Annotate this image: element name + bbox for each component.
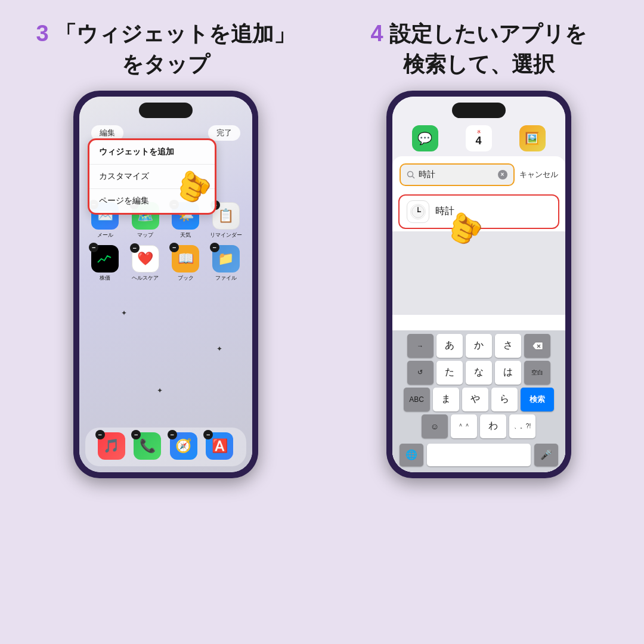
done-button[interactable]: 完了 (208, 125, 240, 141)
search-bar[interactable]: 時計 × (400, 163, 515, 186)
key-ra[interactable]: ら (491, 388, 518, 411)
phone1-screen: 編集 完了 ウィジェットを追加 カスタマイズ ページを編集 🫵 (79, 97, 252, 472)
key-ka[interactable]: か (466, 334, 492, 358)
mail-label: メール (97, 231, 113, 239)
keyboard-row-3: ABC ま や ら 検索 (395, 388, 563, 411)
keyboard-row-1: → あ か さ (395, 334, 563, 358)
key-sa[interactable]: さ (495, 334, 521, 358)
book-icon: − 📖 (172, 245, 199, 273)
app-stocks[interactable]: − 株価 (88, 245, 122, 282)
key-ya[interactable]: や (462, 388, 488, 411)
search-bar-container: 時計 × キャンセル (392, 156, 565, 192)
clock-svg (410, 203, 426, 220)
svg-line-1 (412, 176, 414, 178)
search-query: 時計 (419, 169, 435, 180)
keyboard-bottom-row: 🌐 🎤 (395, 441, 563, 469)
clock-icon (407, 200, 429, 223)
dynamic-island-2 (452, 103, 506, 118)
phone2-bg: 💬 水 4 🖼️ (392, 97, 565, 472)
dock-appstore[interactable]: − 🅰️ (202, 432, 237, 462)
top-app-calendar: 水 4 (466, 125, 492, 153)
minus-badge-d1: − (95, 430, 105, 439)
minus-badge-5: − (89, 243, 98, 252)
app-row-2: − 株価 − ❤️ ヘルスケア (79, 245, 252, 282)
minus-badge-7: − (169, 243, 179, 252)
key-undo[interactable]: ↺ (407, 361, 434, 385)
minus-badge-8: − (210, 243, 219, 252)
dock-safari[interactable]: − 🧭 (166, 432, 201, 462)
cancel-button[interactable]: キャンセル (519, 169, 558, 180)
minus-badge-d2: − (131, 430, 141, 439)
step3-title: 3 「ウィジェットを追加」をタップ (36, 18, 295, 80)
app-book[interactable]: − 📖 ブック (168, 245, 203, 282)
reminder-icon: − 📋 (212, 202, 240, 230)
files-label: ファイル (215, 274, 237, 282)
phone1-bg: 編集 完了 ウィジェットを追加 カスタマイズ ページを編集 🫵 (79, 97, 252, 472)
keyboard: → あ か さ (392, 330, 565, 472)
phone1: 編集 完了 ウィジェットを追加 カスタマイズ ページを編集 🫵 (73, 91, 258, 478)
weather-label: 天気 (180, 231, 191, 239)
key-delete[interactable] (524, 334, 550, 358)
stocks-label: 株価 (100, 274, 110, 282)
dock-phone[interactable]: − 📞 (130, 432, 165, 462)
keyboard-row-4: ☺ ＾＾ わ 、。?! (395, 414, 563, 438)
key-ta[interactable]: た (436, 361, 463, 385)
clear-search-button[interactable]: × (498, 170, 507, 179)
key-space[interactable] (427, 444, 531, 466)
minus-badge-d3: − (168, 430, 177, 439)
sparkle-1: ✦ (121, 309, 127, 317)
app-files[interactable]: − 📁 ファイル (209, 245, 243, 282)
step4-title: 4 設定したいアプリを検索して、選択 (370, 18, 586, 80)
appstore-icon: − 🅰️ (206, 432, 233, 460)
key-na[interactable]: な (466, 361, 492, 385)
key-ha[interactable]: は (495, 361, 521, 385)
key-search[interactable]: 検索 (521, 388, 554, 411)
key-ma[interactable]: ま (433, 388, 459, 411)
app-health[interactable]: − ❤️ ヘルスケア (128, 245, 163, 282)
top-app-messages: 💬 (412, 125, 438, 151)
menu-add-widget[interactable]: ウィジェットを追加 (89, 140, 215, 165)
book-label: ブック (178, 274, 194, 282)
step4-text: 設定したいアプリを検索して、選択 (389, 21, 587, 76)
key-a[interactable]: あ (436, 334, 463, 358)
minus-badge-6: − (130, 243, 140, 253)
gray-space (392, 231, 565, 315)
step4-number: 4 (370, 21, 383, 46)
music-icon: − 🎵 (98, 432, 125, 460)
main-container: 3 「ウィジェットを追加」をタップ 編集 完了 ウィジェットを追加 カスタマイズ (0, 0, 644, 644)
left-panel: 3 「ウィジェットを追加」をタップ 編集 完了 ウィジェットを追加 カスタマイズ (12, 18, 319, 632)
health-label: ヘルスケア (132, 274, 159, 282)
right-panel: 4 設定したいアプリを検索して、選択 💬 水 4 (325, 18, 632, 632)
phone2: 💬 水 4 🖼️ (386, 91, 571, 478)
svg-point-6 (417, 210, 418, 212)
safari-icon: − 🧭 (170, 432, 197, 460)
phone-icon: − 📞 (134, 432, 161, 460)
dock-music[interactable]: − 🎵 (94, 432, 129, 462)
dock: − 🎵 − 📞 − (85, 428, 246, 466)
delete-icon (531, 341, 543, 351)
reminder-label: リマインダー (210, 231, 242, 239)
phone2-screen: 💬 水 4 🖼️ (392, 97, 565, 472)
key-wa[interactable]: わ (480, 414, 506, 438)
svg-point-0 (407, 171, 413, 177)
files-icon: − 📁 (212, 245, 240, 273)
key-abc[interactable]: ABC (404, 388, 430, 411)
sparkle-2: ✦ (216, 345, 222, 353)
key-emoji[interactable]: ☺ (422, 414, 448, 438)
key-globe[interactable]: 🌐 (400, 444, 423, 466)
key-arrow[interactable]: → (407, 334, 434, 358)
step3-number: 3 (36, 21, 48, 46)
minus-badge-d4: − (203, 430, 213, 439)
key-mic[interactable]: 🎤 (534, 444, 558, 466)
dynamic-island-1 (139, 103, 193, 118)
key-caret[interactable]: ＾＾ (451, 414, 477, 438)
stocks-icon: − (91, 245, 119, 273)
maps-label: マップ (137, 231, 153, 239)
sparkle-3: ✦ (157, 386, 163, 395)
health-icon: − ❤️ (132, 245, 159, 273)
top-app-photos: 🖼️ (519, 125, 546, 151)
key-kuuhaku[interactable]: 空白 (524, 361, 550, 385)
key-period[interactable]: 、。?! (509, 414, 535, 438)
keyboard-row-2: ↺ た な は 空白 (395, 361, 563, 385)
search-icon (407, 171, 415, 179)
